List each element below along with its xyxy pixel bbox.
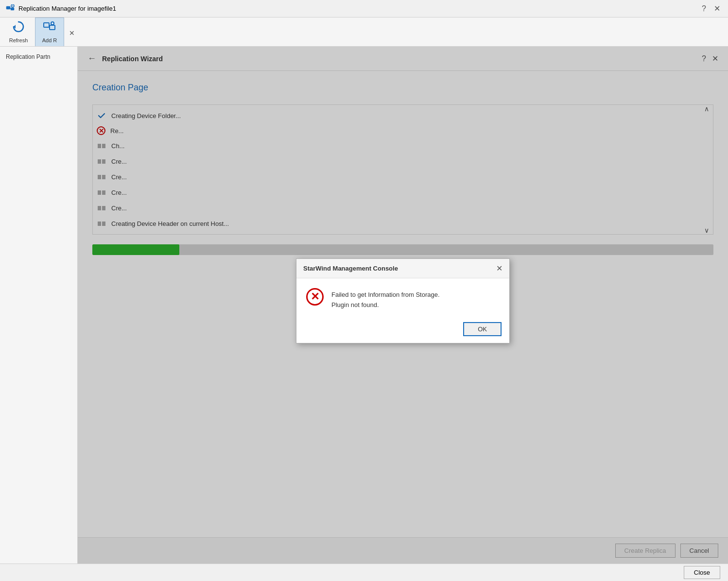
dialog-close-button[interactable]: ✕: [496, 264, 503, 273]
title-bar-controls: ? ✕: [700, 4, 722, 13]
close-button[interactable]: Close: [684, 566, 720, 579]
dialog-error-icon: ✕: [306, 288, 324, 306]
dialog-ok-button[interactable]: OK: [463, 322, 502, 336]
dialog-title: StarWind Management Console: [303, 265, 398, 272]
dialog-message-line1: Failed to get Information from Storage.: [331, 291, 440, 298]
title-bar-left: Replication Manager for imagefile1: [6, 4, 116, 13]
svg-rect-7: [44, 23, 49, 27]
dialog-body: ✕ Failed to get Information from Storage…: [296, 278, 509, 318]
close-tab-button[interactable]: ✕: [67, 27, 77, 39]
add-replica-icon: [43, 20, 56, 36]
dialog-titlebar: StarWind Management Console ✕: [296, 259, 509, 278]
refresh-label: Refresh: [9, 37, 28, 43]
app-icon: [6, 4, 15, 13]
svg-rect-8: [50, 25, 55, 30]
dialog-message-line2: Plugin not found.: [331, 301, 379, 308]
toolbar: Refresh Add R ✕: [0, 17, 728, 47]
refresh-button[interactable]: Refresh: [4, 18, 33, 46]
svg-rect-0: [6, 6, 10, 9]
refresh-icon: [12, 20, 25, 36]
add-replica-button[interactable]: Add R: [35, 17, 64, 46]
main-content: Replication Partn ← Replication Wizard ?…: [0, 47, 728, 564]
sidebar-item-label: Replication Partn: [6, 53, 50, 60]
window-close-button[interactable]: ✕: [712, 4, 722, 13]
bottom-bar: Close: [0, 564, 728, 581]
add-replica-label: Add R: [42, 37, 57, 43]
sidebar-item-replication[interactable]: Replication Partn: [0, 51, 77, 63]
app-title: Replication Manager for imagefile1: [18, 5, 116, 12]
help-button[interactable]: ?: [700, 4, 708, 13]
svg-rect-1: [11, 8, 14, 10]
error-dialog: StarWind Management Console ✕ ✕ Failed t…: [296, 258, 510, 343]
dialog-footer: OK: [296, 318, 509, 343]
dialog-message: Failed to get Information from Storage. …: [331, 288, 440, 310]
title-bar: Replication Manager for imagefile1 ? ✕: [0, 0, 728, 17]
wizard-panel: ← Replication Wizard ? ✕ Creation Page ∧: [78, 47, 728, 564]
svg-line-9: [49, 25, 50, 27]
sidebar: Replication Partn: [0, 47, 78, 564]
